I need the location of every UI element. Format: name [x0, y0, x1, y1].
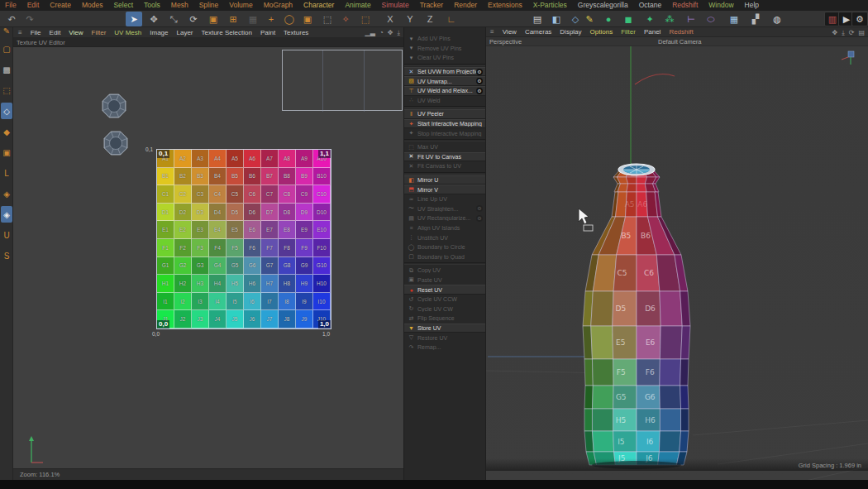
menu-file[interactable]: File	[5, 0, 17, 11]
viewport-panel-menu-icon[interactable]: ≡	[490, 26, 494, 37]
uv-command-fit-uv-to-canvas[interactable]: ✕Fit UV to Canvas	[404, 152, 485, 162]
z-axis-lock-icon[interactable]: Z	[422, 12, 438, 26]
menu-extensions[interactable]: Extensions	[488, 0, 522, 11]
model-mode-icon[interactable]: ▢	[1, 41, 12, 57]
viewport-menu-display[interactable]: Display	[560, 26, 581, 37]
live-selection-tool-icon[interactable]: ➤	[126, 12, 142, 26]
pan-icon[interactable]: ✥	[388, 29, 393, 36]
uv-menu-textures[interactable]: Textures	[284, 27, 308, 38]
scale-tool-icon[interactable]: ⤡	[165, 12, 182, 26]
move-tool-icon[interactable]: ✥	[145, 12, 162, 26]
download-icon[interactable]: ⤓	[397, 29, 400, 37]
histogram-icon[interactable]: ▁▃	[365, 29, 375, 36]
array-icon[interactable]: ▦	[726, 12, 742, 26]
menu-help[interactable]: Help	[745, 0, 759, 11]
texture-axes-mode-icon[interactable]: ▣	[1, 144, 12, 161]
rotate-tool-icon[interactable]: ⟳	[185, 12, 202, 26]
uv-menu-file[interactable]: File	[31, 27, 41, 38]
redo-icon[interactable]: ↷	[21, 12, 38, 26]
menu-tools[interactable]: Tools	[144, 0, 160, 11]
y-axis-lock-icon[interactable]: Y	[402, 12, 418, 26]
edges-mode-icon[interactable]: ◇	[1, 103, 12, 119]
rotate-view-icon[interactable]: ⟳	[849, 29, 855, 36]
sphere-primitive-icon[interactable]: ●	[600, 12, 617, 26]
ellipse-purple-icon[interactable]: ⬭	[703, 12, 719, 26]
menu-edit[interactable]: Edit	[27, 0, 40, 11]
uv-command-uv-peeler[interactable]: ‖UV Peeler	[404, 109, 485, 119]
viewport-menu-filter[interactable]: Filter	[621, 26, 636, 37]
uv-unwrap-options-gear-icon[interactable]: ⚙	[476, 78, 483, 84]
uv-mesh-mode-icon[interactable]: ◈	[1, 185, 12, 202]
uv-command-set-uvw-from-projection[interactable]: ✕Set UVW from Projection...⚙	[404, 67, 485, 77]
coord-system-icon[interactable]: ∟	[443, 12, 460, 26]
uv-menu-layer[interactable]: Layer	[176, 27, 193, 38]
menu-window[interactable]: Window	[708, 0, 733, 11]
toggle-view-icon[interactable]: ▤	[858, 29, 865, 36]
marquee-select-icon[interactable]: ⬚	[319, 12, 336, 26]
viewport-menu-options[interactable]: Options	[590, 26, 613, 37]
points-mode-icon[interactable]: ⬚	[1, 82, 12, 98]
menu-redshift[interactable]: Redshift	[672, 0, 698, 11]
uv-menu-edit[interactable]: Edit	[50, 27, 61, 38]
menu-animate[interactable]: Animate	[345, 0, 370, 11]
platonic-icon[interactable]: ✦	[641, 12, 658, 26]
cube-green-icon[interactable]: ◼	[620, 12, 637, 26]
menu-mograph[interactable]: MoGraph	[264, 0, 293, 11]
menu-octane[interactable]: Octane	[639, 0, 661, 11]
bottom-divider[interactable]	[0, 480, 868, 489]
menu-simulate[interactable]: Simulate	[382, 0, 409, 11]
dolly-view-icon[interactable]: ⤓	[842, 29, 845, 37]
pencil-icon[interactable]: ✎	[581, 12, 598, 26]
uv-command-uv-unwrap[interactable]: ▨UV Unwrap...⚙	[404, 76, 485, 86]
menu-x-particles[interactable]: X-Particles	[533, 0, 567, 11]
camera-label[interactable]: Default Camera	[658, 38, 702, 46]
perspective-viewport[interactable]: A5A6B5B6C5C6D5D6E5E6F5F6G5G6H5H6I5I6J5J6…	[486, 46, 868, 480]
uv-menu-texture-selection[interactable]: Texture Selection	[202, 27, 252, 38]
workplane-mode-icon[interactable]: L	[1, 165, 12, 181]
pen-tool-icon[interactable]: ✎	[1, 22, 12, 39]
menu-spline[interactable]: Spline	[199, 0, 219, 11]
uv-menu-paint[interactable]: Paint	[260, 27, 275, 38]
pan-view-icon[interactable]: ✥	[832, 29, 837, 36]
menu-mesh[interactable]: Mesh	[171, 0, 188, 11]
uv-command-store-uv[interactable]: ▼Store UV	[404, 324, 485, 333]
set-uvw-from-projection-options-gear-icon[interactable]: ⚙	[476, 69, 483, 75]
viewport-menu-redshift[interactable]: Redshift	[669, 26, 693, 37]
spline-pen-icon[interactable]: ◯	[281, 12, 298, 26]
uv-menu-image[interactable]: Image	[150, 27, 168, 38]
menu-select[interactable]: Select	[113, 0, 133, 11]
uv-command-start-interactive-mapping[interactable]: ✦Start Interactive Mapping	[404, 119, 485, 129]
uv-menu-filter[interactable]: Filter	[92, 27, 107, 38]
uv-menu-view[interactable]: View	[69, 27, 83, 38]
magic-solo-icon[interactable]: ✧	[337, 12, 354, 26]
uv-panel-menu-icon[interactable]: ≡	[18, 27, 22, 38]
magnet-snap-icon[interactable]: U	[1, 227, 12, 243]
viewport-menu-panel[interactable]: Panel	[644, 26, 661, 37]
x-axis-lock-icon[interactable]: X	[382, 12, 398, 26]
uv-canvas[interactable]: A1A2A3A4A5A6A7A8A9A10B1B2B3B4B5B6B7B8B9B…	[13, 47, 403, 468]
polygons-mode-icon[interactable]: ◆	[1, 123, 12, 140]
render-view-icon[interactable]: ▤	[529, 12, 546, 26]
menu-greyscalegorilla[interactable]: Greyscalegorilla	[578, 0, 628, 11]
menu-render[interactable]: Render	[454, 0, 477, 11]
menu-volume[interactable]: Volume	[229, 0, 252, 11]
viewport-menu-cameras[interactable]: Cameras	[525, 26, 551, 37]
menu-character[interactable]: Character	[303, 0, 334, 11]
workplane-select-icon[interactable]: ⬚	[357, 12, 374, 26]
cluster-icon[interactable]: ⁂	[661, 12, 678, 26]
camera-icon[interactable]: ▞	[747, 12, 764, 26]
uv-command-uv-weld-and-relax[interactable]: ⊤UV Weld and Relax...⚙	[404, 86, 485, 96]
menu-tracker[interactable]: Tracker	[420, 0, 444, 11]
texture-mode-icon[interactable]: ▩	[1, 61, 12, 78]
snap-settings-icon[interactable]: S	[1, 247, 12, 264]
last-tool-icon[interactable]: ⊞	[225, 12, 241, 26]
uv-menu-uv-mesh[interactable]: UV Mesh	[114, 27, 141, 38]
light-icon[interactable]: ◍	[769, 12, 785, 26]
menu-create[interactable]: Create	[50, 0, 71, 11]
soft-selection-icon[interactable]: ▦	[245, 12, 261, 26]
add-primitive-icon[interactable]: +	[263, 12, 279, 26]
render-settings-icon[interactable]: ⚙	[851, 12, 868, 26]
uv-command-reset-uv[interactable]: ●Reset UV	[404, 285, 485, 295]
uv-command-mirror-v[interactable]: ⬒Mirror V	[404, 185, 485, 194]
texture-axes-icon[interactable]: ▣	[205, 12, 222, 26]
